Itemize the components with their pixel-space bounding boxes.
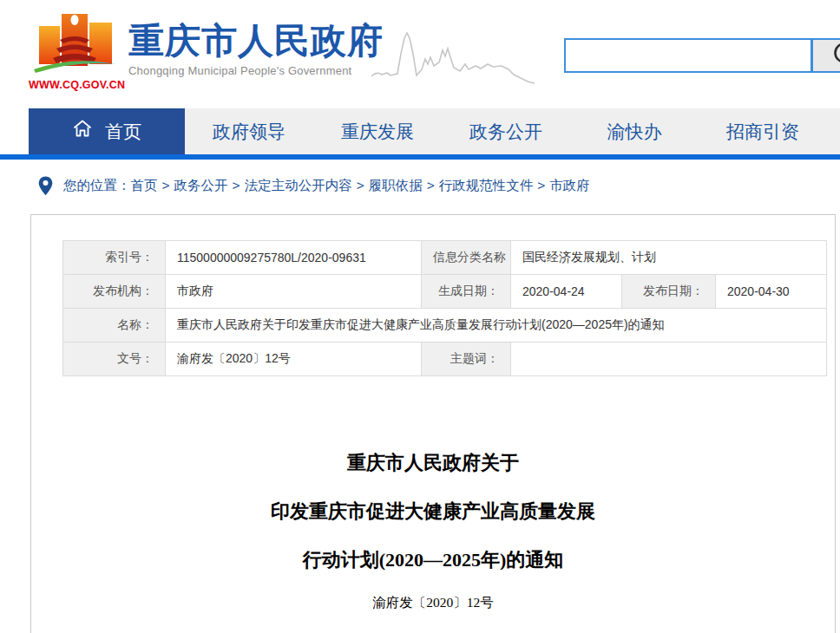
document-panel: 索引号： 11500000009275780L/2020-09631 信息分类名… [30,214,836,633]
index-number-value: 11500000009275780L/2020-09631 [166,241,422,275]
published-date-value: 2020-04-30 [716,275,827,309]
skyline-graphic [371,28,538,94]
document-title-line-1: 重庆市人民政府关于 [31,439,835,487]
breadcrumb: 您的位置： 首页 > 政务公开 > 法定主动公开内容 > 履职依据 > 行政规范… [38,174,590,197]
site-logo[interactable]: WWW.CQ.GOV.CN [29,10,122,91]
nav-item-chongqing-development[interactable]: 重庆发展 [313,108,442,154]
table-row: 索引号： 11500000009275780L/2020-09631 信息分类名… [63,241,827,275]
document-number-value: 渝府发〔2020〕12号 [166,343,422,376]
main-nav: 首页 政府领导 重庆发展 政务公开 渝快办 招商引资 重 [0,108,840,154]
site-title: 重庆市人民政府 [128,21,384,62]
search-bar [564,38,840,73]
document-number-subtitle: 渝府发〔2020〕12号 [31,584,835,621]
breadcrumb-separator: > [537,178,545,193]
table-row: 名称： 重庆市人民政府关于印发重庆市促进大健康产业高质量发展行动计划(2020—… [63,309,827,343]
document-number-label: 文号： [63,343,166,376]
document-name-label: 名称： [63,309,166,343]
breadcrumb-separator: > [162,178,170,193]
building-logo-icon [32,62,119,77]
breadcrumb-statutory-disclosure[interactable]: 法定主动公开内容 [245,177,352,195]
nav-item-clipped[interactable]: 重 [827,108,840,154]
document-metadata-table: 索引号： 11500000009275780L/2020-09631 信息分类名… [62,240,827,376]
site-subtitle: Chongqing Municipal People's Government [128,64,384,77]
nav-item-investment[interactable]: 招商引资 [699,108,827,154]
category-value: 国民经济发展规划、计划 [511,241,827,275]
document-body: 重庆市人民政府关于 印发重庆市促进大健康产业高质量发展 行动计划(2020—20… [31,439,835,621]
nav-item-yukuaiban[interactable]: 渝快办 [570,108,699,154]
search-icon [825,42,840,70]
site-brand[interactable]: 重庆市人民政府 Chongqing Municipal People's Gov… [128,21,384,77]
nav-item-label: 首页 [105,108,141,154]
nav-accent-line [0,154,840,160]
nav-item-home[interactable]: 首页 [29,108,185,154]
breadcrumb-duty-basis[interactable]: 履职依据 [369,177,423,195]
category-label: 信息分类名称： [422,241,511,275]
keywords-value [511,343,827,376]
table-row: 发布机构： 市政府 生成日期： 2020-04-24 发布日期： 2020-04… [63,275,827,309]
breadcrumb-separator: > [357,178,364,193]
breadcrumb-separator: > [427,178,435,193]
location-pin-icon [38,176,53,196]
site-header: WWW.CQ.GOV.CN 重庆市人民政府 Chongqing Municipa… [0,0,840,108]
document-name-value: 重庆市人民政府关于印发重庆市促进大健康产业高质量发展行动计划(2020—2025… [166,309,827,343]
issuing-agency-value: 市政府 [166,275,422,309]
search-button[interactable] [812,38,840,73]
logo-url-text: WWW.CQ.GOV.CN [29,79,122,91]
breadcrumb-separator: > [233,178,240,193]
published-date-label: 发布日期： [622,275,716,309]
breadcrumb-gov-affairs[interactable]: 政务公开 [174,177,228,195]
breadcrumb-municipal-gov[interactable]: 市政府 [549,177,590,195]
issuing-agency-label: 发布机构： [63,275,166,309]
home-icon [72,108,93,154]
breadcrumb-prefix: 您的位置： [63,177,131,195]
created-date-value: 2020-04-24 [511,275,622,309]
nav-item-government-affairs[interactable]: 政务公开 [442,108,570,154]
breadcrumb-normative-documents[interactable]: 行政规范性文件 [439,177,534,195]
created-date-label: 生成日期： [422,275,511,309]
keywords-label: 主题词： [422,343,511,376]
page: WWW.CQ.GOV.CN 重庆市人民政府 Chongqing Municipa… [0,0,840,633]
nav-item-government-leaders[interactable]: 政府领导 [185,108,313,154]
breadcrumb-home[interactable]: 首页 [131,177,158,195]
search-input[interactable] [564,38,812,73]
table-row: 文号： 渝府发〔2020〕12号 主题词： [63,343,827,376]
nav-strip: 首页 政府领导 重庆发展 政务公开 渝快办 招商引资 重 [29,108,840,154]
index-number-label: 索引号： [63,241,166,275]
document-title-line-3: 行动计划(2020—2025年)的通知 [31,536,835,584]
document-title-line-2: 印发重庆市促进大健康产业高质量发展 [31,487,835,536]
